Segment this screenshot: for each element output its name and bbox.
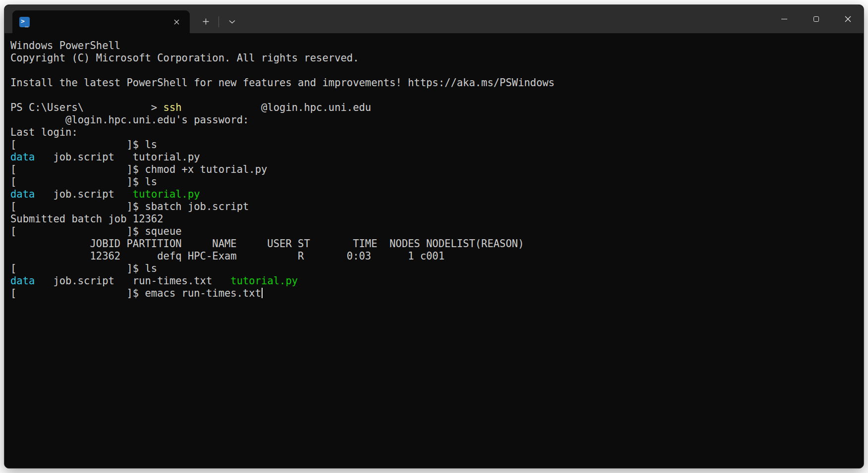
terminal-line: [ ]$ ls <box>10 176 858 188</box>
close-icon <box>845 16 851 22</box>
terminal-line: Install the latest PowerShell for new fe… <box>10 77 858 89</box>
terminal-line: [ ]$ chmod +x tutorial.py <box>10 163 858 176</box>
terminal-line: @login.hpc.uni.edu's password: <box>10 114 858 126</box>
terminal-screen[interactable]: Windows PowerShellCopyright (C) Microsof… <box>4 33 864 469</box>
new-tab-button[interactable] <box>196 13 216 30</box>
tab-close-icon[interactable] <box>169 14 184 29</box>
minimize-button[interactable] <box>768 5 800 33</box>
chevron-down-icon <box>229 20 235 24</box>
close-button[interactable] <box>832 5 864 33</box>
terminal-line: data job.script tutorial.py <box>10 188 858 201</box>
caption-buttons <box>768 5 864 33</box>
terminal-line: data job.script run-times.txt tutorial.p… <box>10 275 858 287</box>
terminal-line: [ ]$ sbatch job.script <box>10 201 858 213</box>
new-tab-icon <box>203 18 209 25</box>
terminal-line: Submitted batch job 12362 <box>10 213 858 225</box>
terminal-line: Last login: <box>10 126 858 139</box>
titlebar[interactable]: > _ <box>4 5 864 33</box>
terminal-line <box>10 89 858 102</box>
terminal-line: 12362 defq HPC-Exam R 0:03 1 c001 <box>10 250 858 263</box>
text-cursor <box>262 288 263 298</box>
powershell-icon: > _ <box>19 17 30 27</box>
terminal-line: [ ]$ squeue <box>10 225 858 238</box>
terminal-line: JOBID PARTITION NAME USER ST TIME NODES … <box>10 238 858 250</box>
tab-dropdown-button[interactable] <box>222 13 242 30</box>
titlebar-drag-region[interactable] <box>242 5 768 33</box>
terminal-line: [ ]$ emacs run-times.txt <box>10 287 858 300</box>
terminal-line: Windows PowerShell <box>10 40 858 52</box>
terminal-line: [ ]$ ls <box>10 263 858 275</box>
terminal-line: [ ]$ ls <box>10 139 858 151</box>
minimize-icon <box>781 19 787 19</box>
maximize-button[interactable] <box>800 5 832 33</box>
terminal-line <box>10 64 858 77</box>
terminal-line: Copyright (C) Microsoft Corporation. All… <box>10 52 858 64</box>
maximize-icon <box>814 16 819 22</box>
tab-bar-divider <box>218 16 219 27</box>
terminal-line: PS C:\Users\ > ssh @login.hpc.uni.edu <box>10 102 858 114</box>
terminal-window: > _ <box>4 4 864 469</box>
tab-powershell[interactable]: > _ <box>12 10 190 33</box>
terminal-line: data job.script tutorial.py <box>10 151 858 163</box>
